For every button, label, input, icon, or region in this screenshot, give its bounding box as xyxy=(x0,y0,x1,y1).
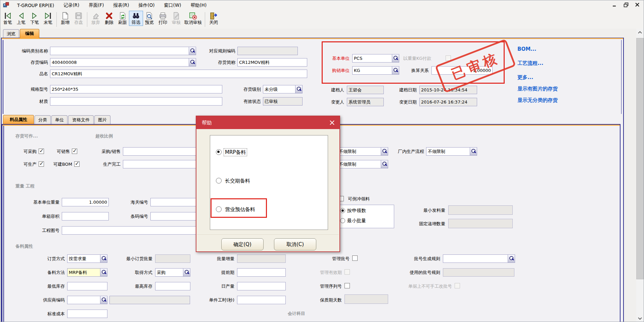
tab-edit[interactable]: 编辑 xyxy=(20,29,39,38)
supplier-code-field[interactable] xyxy=(67,296,107,304)
lookup-icon[interactable] xyxy=(381,160,388,168)
next-record-button[interactable]: 下笔 xyxy=(28,11,41,26)
acquire-mode-field[interactable]: 采购 xyxy=(155,268,190,277)
batch-rule-field[interactable] xyxy=(443,254,515,263)
bom-link[interactable]: BOM... xyxy=(517,46,536,52)
craft-flow-link[interactable]: 工艺流程... xyxy=(517,60,543,67)
menu-item-operation[interactable]: 操作(O) xyxy=(134,1,159,10)
lookup-icon[interactable] xyxy=(392,54,399,62)
purchase-sale-ratio-field[interactable] xyxy=(123,147,197,156)
barcode-field[interactable] xyxy=(150,212,197,220)
inv-level-field[interactable]: 未分级 xyxy=(263,85,303,93)
last-record-button[interactable]: 末笔 xyxy=(41,11,55,26)
can-sale-checkbox[interactable] xyxy=(72,149,77,154)
can-bom-checkbox[interactable] xyxy=(74,161,80,167)
filter-button[interactable]: 筛选 xyxy=(129,11,143,26)
daily-output-field[interactable] xyxy=(237,282,286,290)
refresh-button[interactable]: 刷新 xyxy=(116,11,129,26)
cancel-audit-button[interactable]: 取消审核 xyxy=(183,11,203,26)
code-category-field[interactable] xyxy=(50,47,196,55)
menu-item-interface[interactable]: 界面(F) xyxy=(84,1,108,10)
menu-item-window[interactable]: 窗口(W) xyxy=(159,1,186,10)
tab-browse[interactable]: 浏览 xyxy=(3,29,19,38)
base-weight-field[interactable]: 1.00000 xyxy=(62,198,109,206)
scrollbar-thumb[interactable] xyxy=(636,38,644,279)
lookup-icon[interactable] xyxy=(189,58,196,66)
minimize-icon[interactable] xyxy=(610,1,619,8)
scroll-down-icon[interactable] xyxy=(636,315,644,322)
close-window-icon[interactable] xyxy=(633,1,642,8)
menu-item-help[interactable]: 帮助(H) xyxy=(186,1,212,10)
scroll-up-icon[interactable] xyxy=(636,29,644,36)
by-apply-qty-radio[interactable] xyxy=(340,208,345,213)
box-volume-field[interactable] xyxy=(62,212,109,220)
lookup-icon[interactable] xyxy=(470,148,477,155)
std-cost-field[interactable] xyxy=(67,310,107,318)
cancel-button[interactable]: 取消(C) xyxy=(274,238,316,250)
can-produce-checkbox[interactable] xyxy=(39,161,44,167)
tab-qualification[interactable]: 资格文件 xyxy=(68,115,94,124)
lookup-icon[interactable] xyxy=(508,255,515,263)
lookup-icon[interactable] xyxy=(100,269,107,276)
save-button[interactable]: 存盘 xyxy=(72,11,85,26)
print-button[interactable]: 打印 xyxy=(156,11,170,26)
long-lead-prep-label[interactable]: 长交期备料 xyxy=(224,177,251,185)
mrp-prep-radio[interactable] xyxy=(216,149,222,155)
ok-button[interactable]: 确定(Q) xyxy=(221,238,264,250)
limit-field-2[interactable]: 不做限制 xyxy=(337,160,388,168)
tab-classification[interactable]: 分类 xyxy=(35,115,51,124)
restore-icon[interactable] xyxy=(622,1,630,8)
menu-item-record[interactable]: 记录(R) xyxy=(59,1,84,10)
limit-field-1[interactable]: 不做限制 xyxy=(337,147,388,156)
dialog-close-icon[interactable] xyxy=(328,119,336,126)
name-field[interactable]: CR12MOV精料 xyxy=(50,70,307,78)
lookup-icon[interactable] xyxy=(381,148,388,155)
audit-button[interactable]: 审核 xyxy=(170,11,183,26)
tab-accent-line xyxy=(2,38,623,39)
can-purchase-checkbox[interactable] xyxy=(39,149,44,154)
abandon-button[interactable]: 放弃 xyxy=(89,11,102,26)
new-button[interactable]: 新增 xyxy=(58,11,72,26)
inv-code-field[interactable]: 400400008 xyxy=(50,58,196,67)
min-stock-field[interactable] xyxy=(67,282,107,290)
lookup-icon[interactable] xyxy=(392,67,399,74)
delete-button[interactable]: 删除 xyxy=(102,11,116,26)
tab-image[interactable]: 图片 xyxy=(94,115,110,124)
lookup-icon[interactable] xyxy=(100,255,107,263)
material-field[interactable] xyxy=(50,97,222,106)
factory-flow-field[interactable]: 不做限制 xyxy=(426,147,477,156)
production-finish-field[interactable] xyxy=(123,160,197,168)
lead-time-field[interactable] xyxy=(237,268,286,277)
min-batch-radio[interactable] xyxy=(340,218,345,223)
menu-item-report[interactable]: 报表(R) xyxy=(109,1,134,10)
show-unclassified-link[interactable]: 显示无分类的存货 xyxy=(517,97,558,104)
prev-record-button[interactable]: 上笔 xyxy=(14,11,28,26)
lookup-icon[interactable] xyxy=(100,296,107,304)
mrp-prep-label[interactable]: MRP备料 xyxy=(224,149,247,156)
unit-time-field[interactable] xyxy=(237,296,286,304)
close-form-button[interactable]: 关闭 xyxy=(207,11,220,26)
order-mode-field[interactable]: 按需求量 xyxy=(67,254,107,263)
max-stock-field[interactable] xyxy=(155,282,190,290)
customs-code-field[interactable] xyxy=(150,198,197,206)
manage-serial-checkbox[interactable] xyxy=(344,283,350,288)
prep-method-field[interactable]: MRP备料 xyxy=(67,268,107,277)
first-record-button[interactable]: 首笔 xyxy=(1,11,14,26)
buy-unit-field[interactable]: KG xyxy=(352,66,399,75)
preview-button[interactable]: 预览 xyxy=(143,11,156,26)
rule-code-field[interactable] xyxy=(237,47,298,55)
long-lead-prep-radio[interactable] xyxy=(216,178,222,184)
tab-item-attributes[interactable]: 料品属性 xyxy=(3,115,34,124)
show-with-image-link[interactable]: 显示有图片的存货 xyxy=(517,86,558,92)
menu-app-title[interactable]: T-GROUP ERP(E) xyxy=(12,1,59,9)
drawing-no-field[interactable] xyxy=(62,226,196,235)
lookup-icon[interactable] xyxy=(295,85,302,93)
inv-abbr-field[interactable]: CR12MOV精料 xyxy=(237,58,307,67)
tab-unit[interactable]: 单位 xyxy=(51,115,67,124)
manage-batch-checkbox[interactable] xyxy=(352,255,358,261)
lookup-icon[interactable] xyxy=(189,47,196,55)
more-link[interactable]: 更多... xyxy=(517,74,533,81)
spec-field[interactable]: 250*240*35 xyxy=(50,85,222,93)
lookup-icon[interactable] xyxy=(183,269,190,276)
base-unit-field[interactable]: PCS xyxy=(352,54,399,63)
